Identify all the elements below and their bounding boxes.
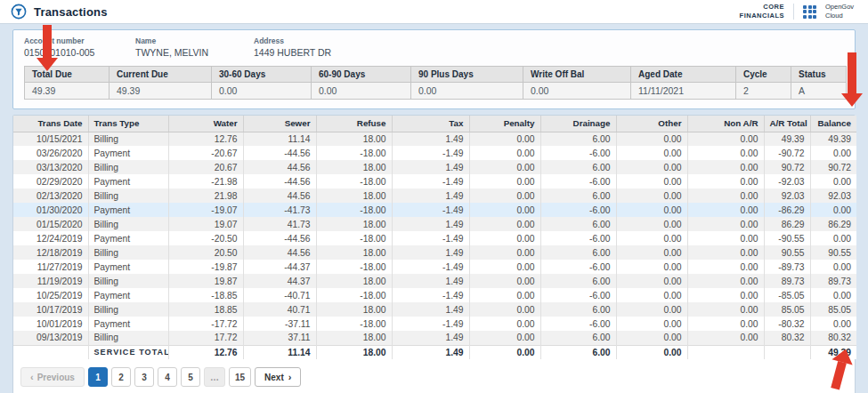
cell-other: 0.00: [616, 302, 687, 317]
cell-trans-date: 12/24/2019: [13, 231, 88, 245]
cell-drainage: -6.00: [540, 174, 616, 188]
page-button-1[interactable]: 1: [88, 367, 108, 387]
service-totals-label: SERVICE TOTALS: [88, 345, 168, 359]
cell-trans-type: Billing: [88, 245, 168, 260]
column-header-water[interactable]: Water: [168, 116, 243, 132]
field-value-address: 1449 HUBERT DR: [254, 47, 331, 58]
cell-trans-date: 01/15/2020: [13, 217, 88, 231]
cell-drainage: 6.00: [540, 302, 616, 317]
column-header-other[interactable]: Other: [616, 116, 687, 132]
table-row[interactable]: 01/30/2020Payment-19.07-41.73-18.00-1.49…: [13, 203, 856, 217]
column-header-refuse[interactable]: Refuse: [316, 116, 392, 132]
cell-refuse: -18.00: [316, 203, 392, 217]
cell-sewer: -40.71: [243, 288, 316, 302]
cell-trans-type: Payment: [88, 174, 168, 188]
summary-header-30-60-days: 30-60 Days: [212, 67, 312, 83]
cell-penalty: 0.00: [469, 188, 540, 203]
column-header-penalty[interactable]: Penalty: [469, 116, 540, 132]
summary-value-current-due: 49.39: [110, 83, 212, 100]
column-header-ar-total[interactable]: A/R Total: [764, 116, 810, 132]
cell-balance: 90.72: [810, 160, 856, 174]
cell-water: -18.85: [168, 288, 243, 302]
cell-penalty: 0.00: [469, 245, 540, 260]
page-button-2[interactable]: 2: [111, 367, 131, 387]
cell-non-ar: 0.00: [687, 274, 764, 288]
next-page-button[interactable]: Next ›: [255, 367, 301, 387]
cell-tax: -1.49: [392, 231, 469, 245]
page-button-4[interactable]: 4: [158, 367, 177, 387]
table-row[interactable]: 03/26/2020Payment-20.67-44.56-18.00-1.49…: [13, 146, 856, 160]
cell-other: 0.00: [616, 317, 687, 331]
column-header-trans-date[interactable]: Trans Date: [13, 116, 88, 132]
cell-drainage: -6.00: [540, 288, 616, 302]
cell-other: 0.00: [616, 160, 687, 174]
app-grid-icon[interactable]: [803, 5, 816, 19]
cell-tax: 1.49: [392, 274, 469, 288]
cell-tax: -1.49: [392, 174, 469, 188]
cell-ar-total: 49.39: [764, 132, 810, 146]
cell-ar-total: 80.32: [764, 331, 810, 345]
table-row[interactable]: 03/13/2020Billing20.6744.5618.001.490.00…: [13, 160, 856, 174]
cell-trans-date: 10/17/2019: [13, 302, 88, 317]
cell-drainage: 6.00: [540, 274, 616, 288]
column-header-drainage[interactable]: Drainage: [540, 116, 616, 132]
cell-sewer: 44.56: [243, 160, 316, 174]
page-button-5[interactable]: 5: [181, 367, 200, 387]
cell-sewer: -41.73: [243, 203, 316, 217]
summary-value-status: A: [791, 83, 847, 100]
column-header-sewer[interactable]: Sewer: [243, 116, 316, 132]
cell-non-ar: 0.00: [687, 146, 764, 160]
cell-trans-date: 10/15/2021: [13, 132, 88, 146]
cell-balance: 49.39: [810, 132, 856, 146]
table-row[interactable]: 02/29/2020Payment-21.98-44.56-18.00-1.49…: [13, 174, 856, 188]
table-row[interactable]: 02/13/2020Billing21.9844.5618.001.490.00…: [13, 188, 856, 203]
cell-other: 0.00: [616, 245, 687, 260]
column-header-non-ar[interactable]: Non A/R: [687, 116, 764, 132]
cell-trans-date: 11/19/2019: [13, 274, 88, 288]
cell-sewer: 40.71: [243, 302, 316, 317]
cell-non-ar: [687, 345, 764, 359]
table-row[interactable]: 10/17/2019Billing18.8540.7118.001.490.00…: [13, 302, 856, 317]
core-financials-brand: CORE FINANCIALS: [738, 3, 784, 20]
cell-penalty: 0.00: [469, 203, 540, 217]
previous-page-button[interactable]: ‹ Previous: [20, 367, 85, 387]
cell-balance: 89.73: [810, 274, 856, 288]
cell-water: 21.98: [168, 188, 243, 203]
page-button-3[interactable]: 3: [134, 367, 154, 387]
cell-refuse: 18.00: [316, 274, 392, 288]
page-button-15[interactable]: 15: [229, 367, 251, 387]
table-row[interactable]: 09/13/2019Billing17.7237.1118.001.490.00…: [13, 331, 856, 345]
cell-non-ar: 0.00: [687, 203, 764, 217]
cell-drainage: -6.00: [540, 231, 616, 245]
cell-tax: 1.49: [392, 245, 469, 260]
column-header-tax[interactable]: Tax: [392, 116, 469, 132]
column-header-balance[interactable]: Balance: [810, 116, 856, 132]
cell-sewer: 44.56: [243, 188, 316, 203]
table-row[interactable]: 10/15/2021Billing12.7611.1418.001.490.00…: [13, 132, 856, 146]
cell-refuse: 18.00: [316, 302, 392, 317]
cell-trans-type: Billing: [88, 132, 168, 146]
table-row[interactable]: 01/15/2020Billing19.0741.7318.001.490.00…: [13, 217, 856, 231]
cell-refuse: 18.00: [316, 160, 392, 174]
table-row[interactable]: 10/25/2019Payment-18.85-40.71-18.00-1.49…: [13, 288, 856, 302]
opengov-funnel-icon[interactable]: [11, 4, 27, 20]
table-row[interactable]: 11/19/2019Billing19.8744.3718.001.490.00…: [13, 274, 856, 288]
cell-balance: 0.00: [810, 174, 856, 188]
cell-penalty: 0.00: [469, 274, 540, 288]
cell-balance: 0.00: [810, 146, 856, 160]
cell-ar-total: -90.72: [764, 146, 810, 160]
cell-drainage: 6.00: [540, 245, 616, 260]
cell-penalty: 0.00: [469, 302, 540, 317]
summary-header-90-plus-days: 90 Plus Days: [411, 67, 523, 83]
table-row[interactable]: 10/01/2019Payment-17.72-37.11-18.00-1.49…: [13, 317, 856, 331]
cell-other: 0.00: [616, 146, 687, 160]
column-header-trans-type[interactable]: Trans Type: [88, 116, 168, 132]
cell-trans-type: Payment: [88, 146, 168, 160]
cell-other: 0.00: [616, 288, 687, 302]
table-row[interactable]: 12/18/2019Billing20.5044.5618.001.490.00…: [13, 245, 856, 260]
table-row[interactable]: 11/27/2019Payment-19.87-44.37-18.00-1.49…: [13, 260, 856, 274]
cell-trans-date: 01/30/2020: [13, 203, 88, 217]
cell-drainage: -6.00: [540, 203, 616, 217]
table-row[interactable]: 12/24/2019Payment-20.50-44.56-18.00-1.49…: [13, 231, 856, 245]
cell-sewer: 44.37: [243, 274, 316, 288]
